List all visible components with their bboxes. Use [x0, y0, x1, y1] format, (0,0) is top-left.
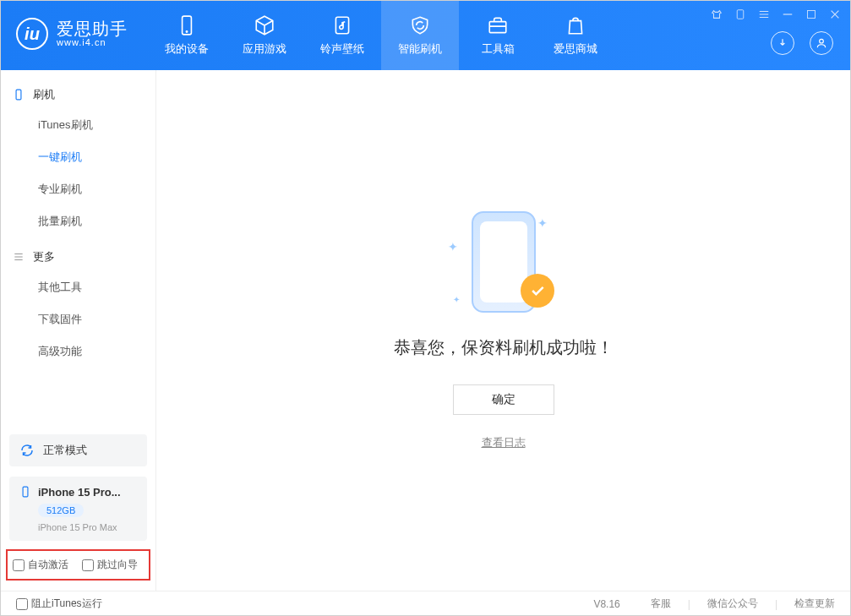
nav-apps-games[interactable]: 应用游戏 — [226, 1, 303, 70]
skin-icon[interactable] — [710, 8, 723, 21]
sparkle-icon: ✦ — [448, 240, 458, 253]
footer-link-support[interactable]: 客服 — [651, 597, 671, 611]
sidebar-item-other-tools[interactable]: 其他工具 — [1, 271, 155, 303]
nav-store[interactable]: 爱思商城 — [537, 1, 614, 70]
sidebar: 刷机 iTunes刷机 一键刷机 专业刷机 批量刷机 更多 其他工具 下载固件 … — [1, 70, 156, 591]
check-badge-icon — [521, 274, 554, 308]
device-info-box[interactable]: iPhone 15 Pro... 512GB iPhone 15 Pro Max — [9, 477, 147, 541]
sidebar-item-advanced[interactable]: 高级功能 — [1, 335, 155, 368]
refresh-shield-icon — [409, 14, 431, 36]
minimize-icon[interactable] — [781, 8, 794, 21]
download-icon — [777, 37, 788, 49]
sidebar-item-oneclick-flash[interactable]: 一键刷机 — [1, 141, 155, 173]
skip-wizard-input[interactable] — [82, 559, 94, 571]
success-message: 恭喜您，保资料刷机成功啦！ — [394, 336, 614, 359]
skip-wizard-checkbox[interactable]: 跳过向导 — [82, 558, 138, 572]
sidebar-group-flash: 刷机 iTunes刷机 一键刷机 专业刷机 批量刷机 — [1, 80, 155, 237]
sidebar-item-pro-flash[interactable]: 专业刷机 — [1, 173, 155, 205]
list-small-icon — [13, 251, 25, 263]
device-mode-box[interactable]: 正常模式 — [9, 434, 147, 466]
svg-point-1 — [186, 31, 187, 32]
logo-area: iu 爱思助手 www.i4.cn — [1, 1, 141, 50]
svg-rect-7 — [16, 90, 21, 100]
app-url: www.i4.cn — [57, 37, 128, 47]
sidebar-bottom: 正常模式 iPhone 15 Pro... 512GB iPhone 15 Pr… — [1, 434, 155, 591]
phone-small-icon — [13, 89, 25, 101]
toolbox-icon — [487, 14, 509, 36]
svg-rect-3 — [489, 22, 506, 33]
sparkle-icon: ✦ — [537, 216, 548, 230]
device-name: iPhone 15 Pro... — [38, 486, 121, 499]
device-model: iPhone 15 Pro Max — [38, 522, 137, 532]
svg-point-6 — [820, 39, 824, 43]
ok-button[interactable]: 确定 — [453, 384, 554, 415]
header-actions — [771, 31, 833, 55]
app-header: iu 爱思助手 www.i4.cn 我的设备 应用游戏 铃声壁纸 智能刷机 工具… — [1, 1, 850, 70]
maximize-icon[interactable] — [805, 8, 818, 21]
app-logo-text: 爱思助手 www.i4.cn — [57, 20, 128, 47]
cube-icon — [254, 14, 275, 36]
sidebar-title-more[interactable]: 更多 — [1, 243, 155, 271]
body: 刷机 iTunes刷机 一键刷机 专业刷机 批量刷机 更多 其他工具 下载固件 … — [1, 70, 850, 591]
auto-activate-checkbox[interactable]: 自动激活 — [13, 558, 68, 572]
nav-smart-flash[interactable]: 智能刷机 — [381, 1, 459, 70]
device-storage-badge: 512GB — [38, 504, 84, 517]
close-icon[interactable] — [828, 8, 842, 21]
device-name-row: iPhone 15 Pro... — [19, 485, 137, 499]
device-phone-icon — [19, 485, 31, 499]
sidebar-title-flash[interactable]: 刷机 — [1, 80, 155, 109]
nav-ringtone-wallpaper[interactable]: 铃声壁纸 — [303, 1, 381, 70]
sparkle-icon: ✦ — [453, 295, 460, 304]
refresh-icon — [19, 443, 35, 458]
window-controls — [710, 8, 842, 21]
footer-link-update[interactable]: 检查更新 — [794, 597, 835, 611]
music-icon — [331, 14, 353, 36]
sidebar-item-batch-flash[interactable]: 批量刷机 — [1, 205, 155, 237]
svg-rect-8 — [23, 487, 28, 497]
bag-icon — [565, 14, 586, 36]
svg-rect-4 — [737, 10, 744, 19]
nav-toolbox[interactable]: 工具箱 — [459, 1, 537, 70]
phone-link-icon[interactable] — [734, 8, 747, 21]
app-logo-icon: iu — [16, 18, 48, 50]
view-log-link[interactable]: 查看日志 — [482, 435, 526, 450]
svg-rect-5 — [808, 11, 816, 19]
footer: 阻止iTunes运行 V8.16 客服 | 微信公众号 | 检查更新 — [1, 591, 850, 616]
download-button[interactable] — [771, 31, 794, 55]
success-illustration: ✦ ✦ ✦ — [453, 211, 554, 313]
user-button[interactable] — [810, 31, 833, 55]
sidebar-item-download-firmware[interactable]: 下载固件 — [1, 303, 155, 335]
footer-right: V8.16 客服 | 微信公众号 | 检查更新 — [593, 597, 835, 611]
highlighted-options-box: 自动激活 跳过向导 — [6, 549, 150, 581]
top-nav: 我的设备 应用游戏 铃声壁纸 智能刷机 工具箱 爱思商城 — [148, 1, 614, 70]
menu-icon[interactable] — [757, 8, 771, 21]
version-text: V8.16 — [593, 598, 619, 610]
sidebar-group-more: 更多 其他工具 下载固件 高级功能 — [1, 243, 155, 368]
block-itunes-checkbox[interactable]: 阻止iTunes运行 — [16, 597, 102, 611]
sidebar-item-itunes-flash[interactable]: iTunes刷机 — [1, 109, 155, 141]
footer-link-wechat[interactable]: 微信公众号 — [707, 597, 758, 611]
app-name: 爱思助手 — [57, 20, 128, 37]
nav-my-device[interactable]: 我的设备 — [148, 1, 226, 70]
user-icon — [816, 37, 827, 49]
auto-activate-input[interactable] — [13, 559, 25, 571]
footer-left: 阻止iTunes运行 — [16, 597, 102, 611]
phone-icon — [176, 14, 198, 36]
block-itunes-input[interactable] — [16, 598, 28, 610]
main-content: ✦ ✦ ✦ 恭喜您，保资料刷机成功啦！ 确定 查看日志 — [156, 70, 850, 591]
